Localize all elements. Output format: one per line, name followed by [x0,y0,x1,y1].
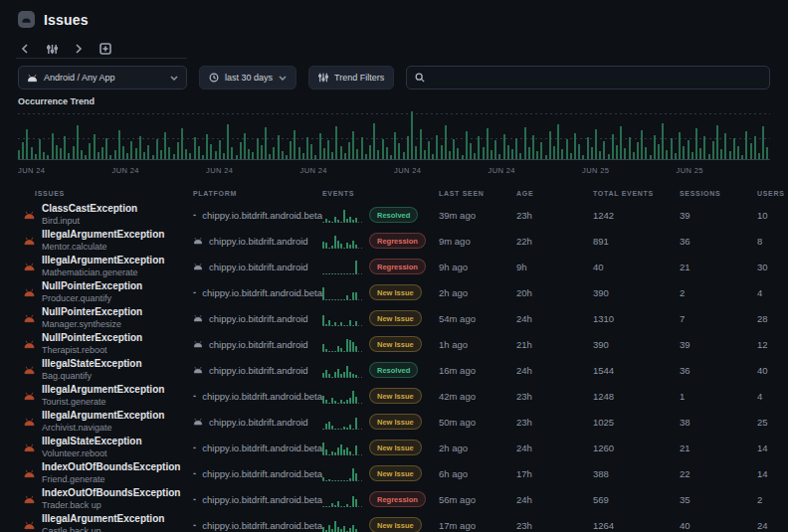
android-icon [193,521,196,529]
platform-name: chippy.io.bitdrift.android.beta [202,468,322,479]
platform-name: chippy.io.bitdrift.android [209,417,308,428]
android-icon [193,366,203,374]
toolbar [16,40,114,58]
total-events-value: 1264 [593,520,680,531]
chevron-left-icon[interactable] [16,40,34,58]
total-events-value: 1242 [593,210,680,221]
last-seen-value: 2h ago [439,287,516,298]
users-value: 2 [757,494,788,505]
events-sparkline [322,285,362,300]
events-sparkline [322,208,362,223]
users-value: 24 [757,520,788,531]
trend-sliders-icon[interactable] [43,40,61,58]
column-header-age[interactable]: Age [516,190,593,197]
axis-tick-label: JUN 24 [18,166,112,175]
column-header-sessions[interactable]: Sessions [680,190,757,197]
android-icon [193,495,196,503]
platform-name: chippy.io.bitdrift.android [209,313,308,324]
total-events-value: 390 [593,339,680,350]
users-value: 4 [757,287,788,298]
sessions-value: 1 [680,391,757,402]
last-seen-value: 9m ago [439,236,516,247]
sliders-icon [318,73,328,83]
sessions-value: 22 [680,468,757,479]
table-row[interactable]: ClassCastException Bird.input chippy.io.… [0,202,788,228]
age-value: 23h [516,210,593,221]
column-header-total-events[interactable]: Total Events [593,190,680,197]
column-header-events[interactable]: Events [322,190,439,197]
table-row[interactable]: IndexOutOfBoundsException Friend.generat… [0,460,788,486]
search-input[interactable] [406,66,770,89]
chevron-down-icon [170,76,178,81]
android-icon [193,263,203,270]
table-row[interactable]: IllegalStateException Volunteer.reboot c… [0,435,788,460]
sessions-value: 21 [680,262,757,272]
issue-title: IllegalStateException [42,358,142,371]
android-icon [193,469,196,477]
table-header: Issues Platform Events Last Seen Age Tot… [0,190,788,197]
chevron-right-icon[interactable] [70,40,88,58]
add-view-icon[interactable] [97,40,114,58]
last-seen-value: 54m ago [439,313,516,324]
column-header-issues[interactable]: Issues [0,190,193,197]
total-events-value: 1260 [593,443,680,453]
issue-title: IndexOutOfBoundsException [42,461,180,474]
users-value: 30 [757,262,788,272]
platform-name: chippy.io.bitdrift.android [209,262,308,272]
users-value: 8 [757,236,788,247]
platform-name: chippy.io.bitdrift.android.beta [202,210,322,221]
last-seen-value: 9h ago [439,262,516,272]
android-icon [193,443,196,451]
issue-subtitle: Bag.quantify [42,371,142,382]
platform-name: chippy.io.bitdrift.android [209,236,308,247]
android-icon [193,288,196,296]
total-events-value: 891 [593,236,680,247]
sessions-value: 2 [680,287,757,298]
issue-type-icon [24,494,35,504]
issue-subtitle: Therapist.reboot [42,345,142,356]
table-row[interactable]: NullPointerException Therapist.reboot ch… [0,331,788,357]
page-title: Issues [44,12,89,28]
time-range-button[interactable]: last 30 days [199,66,296,89]
events-sparkline [322,260,362,274]
table-row[interactable]: IllegalArgumentException Archivist.navig… [0,409,788,435]
table-row[interactable]: IllegalArgumentException Mentor.calculat… [0,228,788,254]
last-seen-value: 17m ago [439,520,516,531]
issue-title: IllegalArgumentException [42,255,164,267]
app-selector-dropdown[interactable]: Android / Any App [18,66,187,89]
chart-bars [18,110,770,159]
total-events-value: 1544 [593,365,680,376]
axis-tick-label: JUN 24 [394,166,489,175]
column-header-users[interactable]: Users [757,190,788,197]
status-badge: New Issue [369,440,422,455]
age-value: 23h [516,417,593,428]
android-icon [193,211,196,219]
issues-app-icon [18,11,35,28]
issue-type-icon [24,365,35,375]
column-header-platform[interactable]: Platform [193,190,322,197]
table-row[interactable]: IllegalArgumentException Castle.back up … [0,512,788,532]
issue-type-icon [24,391,35,401]
issue-subtitle: Trader.back up [42,500,180,511]
table-row[interactable]: NullPointerException Manager.synthesize … [0,305,788,331]
platform-name: chippy.io.bitdrift.android.beta [202,287,322,298]
issue-title: IllegalArgumentException [42,384,164,397]
table-row[interactable]: NullPointerException Producer.quantify c… [0,279,788,305]
table-row[interactable]: IllegalArgumentException Tourist.generat… [0,383,788,409]
sessions-value: 39 [680,210,757,221]
age-value: 23h [516,520,593,531]
sessions-value: 38 [680,417,757,428]
status-badge: New Issue [369,465,422,481]
events-sparkline [322,518,362,532]
issue-subtitle: Castle.back up [42,526,164,532]
occurrence-trend-chart[interactable] [18,110,770,160]
table-row[interactable]: IndexOutOfBoundsException Trader.back up… [0,486,788,512]
trend-filters-button[interactable]: Trend Filters [308,66,394,89]
issue-type-icon [24,287,35,297]
users-value: 40 [757,365,788,376]
table-row[interactable]: IllegalArgumentException Mathematician.g… [0,254,788,279]
column-header-last-seen[interactable]: Last Seen [439,190,516,197]
age-value: 17h [516,468,593,479]
events-sparkline [322,337,362,352]
table-row[interactable]: IllegalStateException Bag.quantify chipp… [0,357,788,383]
